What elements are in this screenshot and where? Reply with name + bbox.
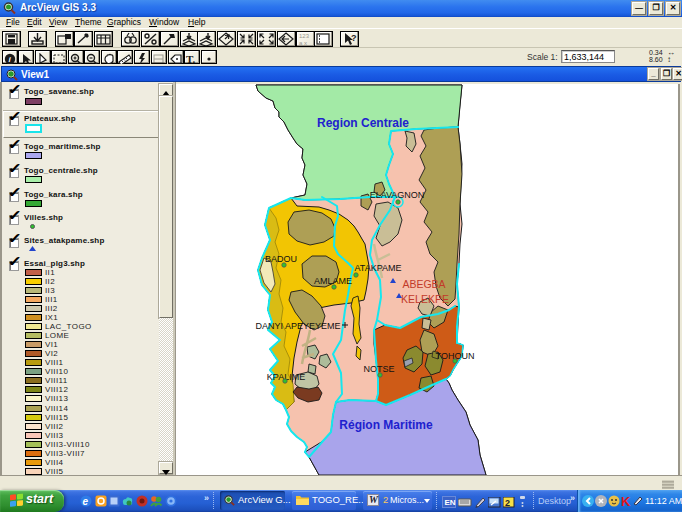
- svg-text:e: e: [83, 496, 89, 507]
- svg-text:T.: T.: [186, 53, 196, 65]
- svg-text:AMLAME: AMLAME: [314, 276, 352, 286]
- svg-text:KELEKPE: KELEKPE: [401, 293, 449, 305]
- svg-text:ABEGBA: ABEGBA: [402, 278, 445, 290]
- svg-text:Région Maritime: Région Maritime: [339, 418, 433, 432]
- svg-text:123: 123: [299, 33, 310, 39]
- svg-text:ELAVAGNON: ELAVAGNON: [370, 190, 425, 200]
- svg-text:Region Centrale: Region Centrale: [317, 116, 409, 130]
- svg-text:BADOU: BADOU: [265, 254, 297, 264]
- svg-text:a x: a x: [299, 40, 307, 46]
- svg-text:?: ?: [351, 33, 357, 43]
- svg-text:K: K: [621, 495, 631, 507]
- svg-text:2: 2: [505, 498, 510, 508]
- svg-text:NOTSE: NOTSE: [363, 364, 394, 374]
- svg-text:ATAKPAME: ATAKPAME: [354, 263, 401, 273]
- svg-text:DANYI APEYEYEME: DANYI APEYEYEME: [255, 321, 340, 331]
